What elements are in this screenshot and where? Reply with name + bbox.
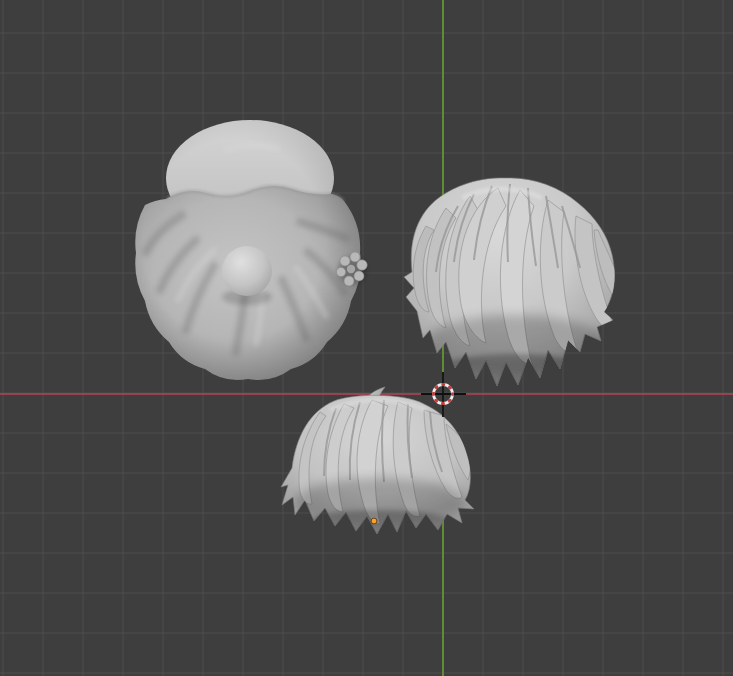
3d-viewport[interactable] [0, 0, 733, 676]
viewport-grid [0, 0, 733, 676]
hair-top-center-knob [222, 246, 272, 296]
object-origin-dot[interactable] [371, 518, 377, 524]
